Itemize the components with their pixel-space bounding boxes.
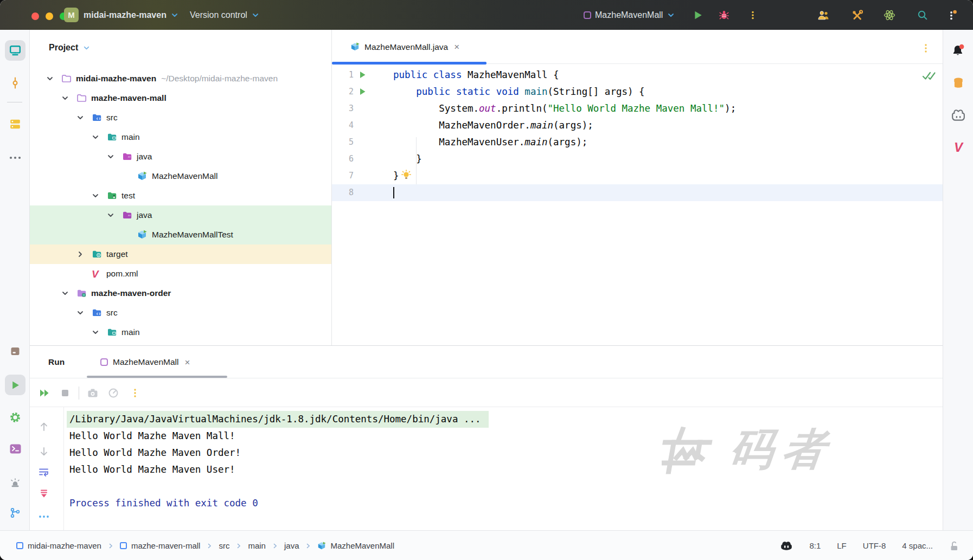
run-panel: Run MazheMavenMall × [30,345,943,530]
prev-occurrence-arrow-icon[interactable] [38,421,50,433]
copilot-robot-icon[interactable] [780,540,793,551]
close-window-button[interactable] [31,12,39,20]
database-tool-button[interactable] [948,73,969,93]
build-tool-button[interactable] [5,407,25,428]
profiler-gauge-icon[interactable] [106,386,120,400]
screenshot-camera-icon[interactable] [86,386,100,400]
chevron-down-icon[interactable] [91,133,100,141]
runnable-class-icon [137,172,148,181]
code-area[interactable]: 1public class MazheMavenMall {2 public s… [332,67,943,201]
code-line-3[interactable]: 3 System.out.println("Hello World Mazhe … [332,100,943,117]
chevron-down-icon[interactable] [91,191,100,200]
chevron-down-icon[interactable] [76,113,85,122]
tree-item-class-MazheMavenMall[interactable]: MazheMavenMall [30,166,332,186]
intention-bulb-icon[interactable] [401,170,412,182]
version-control-menu[interactable]: Version control [190,0,260,30]
tree-item-order-main[interactable]: main [30,323,332,342]
next-occurrence-arrow-icon[interactable] [38,446,50,458]
more-run-actions-kebab-icon[interactable] [745,7,761,23]
editor-options-kebab-icon[interactable] [922,43,930,53]
git-tool-button[interactable] [5,503,25,523]
breadcrumb-item-module[interactable]: mazhe-maven-mall [120,541,201,550]
soft-wrap-icon[interactable] [38,466,50,478]
console-output[interactable]: /Library/Java/JavaVirtualMachines/jdk-1.… [69,411,489,512]
editor-tab-MazheMavenMall[interactable]: MazheMavenMall.java × [332,30,486,64]
code-line-8[interactable]: 8 [332,184,943,201]
debug-button[interactable] [716,7,732,23]
terminal-tool-button[interactable] [5,439,25,459]
atom-science-icon[interactable] [881,7,898,23]
rerun-button[interactable] [37,386,52,400]
tree-item-order-src[interactable]: src [30,303,332,323]
code-line-7[interactable]: 7} [332,168,943,184]
project-panel-header[interactable]: Project [49,43,91,53]
run-tool-button[interactable] [5,375,25,395]
problems-tool-button[interactable] [5,473,25,493]
chevron-down-icon[interactable] [46,74,54,83]
file-encoding[interactable]: UTF-8 [863,541,886,550]
search-icon[interactable] [914,7,931,23]
tree-item-mazhe-maven-mall[interactable]: mazhe-maven-mall [30,88,332,108]
structure-tool-button[interactable] [5,114,25,134]
tree-item-src[interactable]: src [30,108,332,127]
commit-tool-button[interactable] [5,73,25,93]
ellipsis-icon [9,156,21,159]
lock-open-icon[interactable] [949,540,959,551]
line-separator[interactable]: LF [837,541,847,550]
breadcrumb-item-project[interactable]: midai-mazhe-maven [16,541,101,550]
tree-item-main[interactable]: main [30,127,332,147]
run-line-gutter-icon[interactable] [359,71,366,79]
scroll-to-end-icon[interactable] [38,488,50,500]
tab-label: MazheMavenMall.java [364,42,448,52]
notifications-button[interactable] [948,40,969,61]
chevron-down-icon[interactable] [106,152,115,161]
chevron-down-icon[interactable] [106,211,115,220]
tree-item-java-test[interactable]: java [30,205,332,225]
tree-item-class-MazheMavenMallTest[interactable]: MazheMavenMallTest [30,225,332,244]
code-line-1[interactable]: 1public class MazheMavenMall { [332,67,943,83]
close-run-tab-icon[interactable]: × [183,358,191,367]
more-tool-windows-button[interactable] [5,147,25,168]
minimize-window-button[interactable] [46,12,53,20]
dependencies-tool-button[interactable] [5,341,25,362]
code-line-4[interactable]: 4 MazheMavenOrder.main(args); [332,117,943,134]
tools-icon[interactable] [849,7,865,23]
chevron-right-icon[interactable] [76,250,85,259]
chevron-down-icon[interactable] [61,94,69,102]
chevron-down-icon[interactable] [91,328,100,337]
console-options-kebab-icon[interactable] [128,386,142,400]
chevron-down-icon [667,11,675,20]
tree-item-target[interactable]: target [30,244,332,264]
breadcrumb-item-main[interactable]: main [248,541,266,550]
project-tool-button[interactable] [5,40,25,61]
chevron-down-icon[interactable] [61,289,69,298]
caret-position[interactable]: 8:1 [809,541,821,550]
more-console-actions-icon[interactable] [38,511,50,523]
tree-item-mazhe-maven-order[interactable]: mazhe-maven-order [30,284,332,303]
tree-item-test[interactable]: test [30,186,332,205]
project-switcher[interactable]: midai-mazhe-maven [84,0,179,30]
stop-button[interactable] [58,386,72,400]
code-line-5[interactable]: 5 MazheMavenUser.main(args); [332,134,943,151]
run-button[interactable] [690,7,706,23]
run-configuration-selector[interactable]: MazheMavenMall [584,0,675,30]
breadcrumb-item-java[interactable]: java [284,541,299,550]
maven-tool-button[interactable]: V [948,137,969,157]
code-with-me-users-icon[interactable] [815,7,831,23]
run-line-gutter-icon[interactable] [359,88,366,95]
tree-item-midai-mazhe-maven[interactable]: midai-mazhe-maven ~/Desktop/midai-mazhe-… [30,69,332,88]
chevron-down-icon[interactable] [76,308,85,317]
settings-kebab-icon[interactable] [944,7,960,23]
run-tab-MazheMavenMall[interactable]: MazheMavenMall × [100,346,191,378]
breadcrumb-item-class[interactable]: MazheMavenMall [317,541,394,550]
tree-item-pom-xml[interactable]: V pom.xml [30,264,332,284]
ai-assistant-button[interactable] [948,105,969,126]
code-line-6[interactable]: 6 } [332,151,943,168]
code-line-2[interactable]: 2 public static void main(String[] args)… [332,83,943,100]
chevron-right-icon [272,543,278,549]
breadcrumb-item-src[interactable]: src [219,541,229,550]
close-tab-icon[interactable]: × [453,42,460,52]
indent-setting[interactable]: 4 spac... [902,541,933,550]
run-config-class-icon [584,11,591,19]
tree-item-java-main[interactable]: java [30,147,332,166]
